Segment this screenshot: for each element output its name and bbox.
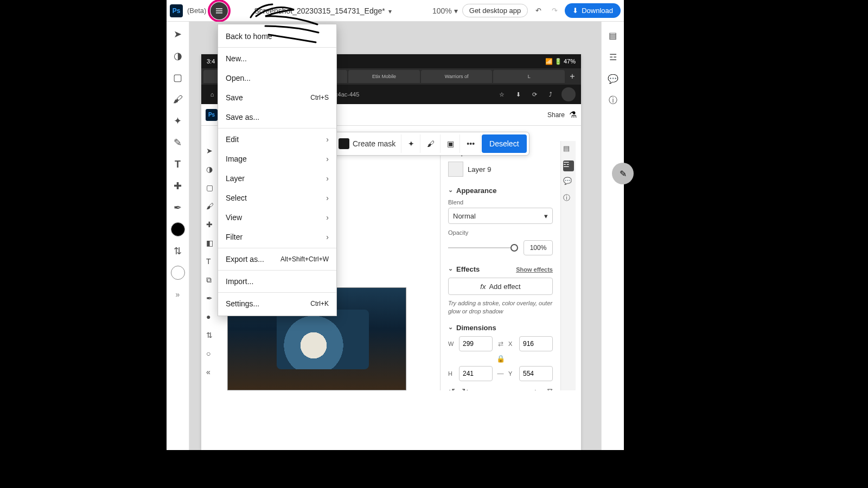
menu-import[interactable]: Import...	[218, 272, 336, 291]
appearance-section-header[interactable]: Appearance	[448, 187, 553, 195]
nested-swap-tool[interactable]: ⇅	[206, 331, 217, 342]
info-panel-icon[interactable]: ⓘ	[607, 94, 619, 106]
rotate-cw-icon[interactable]: ↻	[462, 387, 469, 390]
info-icon[interactable]: ⓘ	[563, 193, 574, 204]
menu-open[interactable]: Open...	[218, 68, 336, 88]
foreground-swatch[interactable]	[171, 222, 185, 236]
home-icon[interactable]: ⌂	[207, 89, 218, 100]
browser-tab[interactable]: Warriors of	[421, 70, 493, 83]
rotate-ccw-icon[interactable]: ↺	[448, 387, 455, 390]
opacity-slider[interactable]	[448, 247, 518, 248]
menu-settings[interactable]: Settings...Ctrl+K	[218, 294, 336, 313]
app-shell: Ps (Beta) Screenshot_20230315_154731_Edg…	[167, 0, 624, 450]
share-button[interactable]: Share	[547, 111, 565, 119]
nested-type-tool[interactable]: T	[206, 257, 217, 268]
sel-action-1[interactable]: ✦	[403, 134, 420, 153]
effects-hint: Try adding a stroke, color overlay, oute…	[448, 299, 553, 316]
menu-image[interactable]: Image	[218, 149, 336, 169]
nested-bg-swatch[interactable]: ○	[206, 349, 217, 360]
width-input[interactable]	[459, 336, 493, 351]
adjustments-panel-icon[interactable]: ☲	[607, 51, 619, 63]
menu-view[interactable]: View	[218, 208, 336, 227]
undo-button[interactable]: ↶	[532, 5, 544, 17]
sel-action-image[interactable]: ▣	[442, 134, 460, 153]
get-desktop-app-button[interactable]: Get desktop app	[462, 4, 528, 17]
download-icon[interactable]: ⬇	[513, 89, 524, 100]
marquee-tool[interactable]: ▢	[171, 70, 185, 85]
nested-heal-tool[interactable]: ✚	[206, 220, 217, 231]
nested-brush-tool[interactable]: 🖌	[206, 202, 217, 213]
selection-toolbar: Create mask ✦ 🖌 ▣ ••• Deselect	[330, 132, 529, 156]
link-wh-icon[interactable]: ⇄	[496, 340, 505, 348]
menu-back-to-home[interactable]: Back to home	[218, 27, 336, 46]
add-effect-button[interactable]: fxAdd effect	[448, 278, 553, 295]
properties-panel: ▤ ☲ 💬 ⓘ Properties Layer 9 Appearance Bl…	[440, 141, 576, 390]
eyedropper-tool[interactable]: ✒	[171, 201, 185, 215]
nested-marquee-tool[interactable]: ▢	[206, 183, 217, 194]
expand-toolbar-button[interactable]: »	[171, 287, 185, 301]
swap-swatch-tool[interactable]: ⇅	[171, 244, 185, 258]
deselect-button[interactable]: Deselect	[482, 134, 526, 153]
properties-icon[interactable]: ☲	[563, 160, 574, 171]
menu-filter[interactable]: Filter	[218, 227, 336, 247]
redo-button[interactable]: ↷	[548, 5, 560, 17]
effects-section-header[interactable]: Effects Show effects	[448, 265, 553, 273]
type-tool[interactable]: T	[171, 157, 185, 171]
file-dropdown-menu: Back to home New... Open... SaveCtrl+S S…	[218, 24, 337, 316]
dimensions-section-header[interactable]: Dimensions	[448, 324, 553, 332]
brush-tool[interactable]: 🖌	[171, 92, 185, 106]
comments-panel-icon[interactable]: 💬	[607, 73, 619, 85]
menu-save-as[interactable]: Save as...	[218, 107, 336, 127]
spot-heal-tool[interactable]: ✚	[171, 179, 185, 193]
pencil-tool[interactable]: ✎	[171, 136, 185, 150]
menu-edit[interactable]: Edit	[218, 130, 336, 149]
new-tab-button[interactable]: +	[566, 70, 579, 83]
browser-tab[interactable]: L	[493, 70, 565, 83]
lock-aspect-icon[interactable]: 🔒	[448, 355, 553, 363]
menu-layer[interactable]: Layer	[218, 169, 336, 188]
nested-eyedrop-tool[interactable]: ✒	[206, 294, 217, 305]
browser-tab[interactable]: Etix Mobile	[348, 70, 420, 83]
floating-edit-button[interactable]: ✎	[612, 163, 634, 184]
document-title-dropdown[interactable]: Screenshot_20230315_154731_Edge*	[254, 7, 391, 15]
more-icon[interactable]	[561, 87, 576, 101]
nested-select-tool[interactable]: ◑	[206, 165, 217, 176]
show-effects-link[interactable]: Show effects	[516, 266, 553, 273]
flip-v-icon[interactable]: ⧖	[547, 387, 553, 390]
x-input[interactable]	[519, 336, 553, 351]
menu-export-as[interactable]: Export as...Alt+Shift+Ctrl+W	[218, 249, 336, 269]
nested-move-tool[interactable]: ➤	[206, 146, 217, 157]
nested-collapse-button[interactable]: «	[206, 368, 217, 378]
beaker-icon[interactable]: ⚗	[569, 110, 577, 120]
layers-panel-icon[interactable]: ▤	[607, 29, 619, 41]
background-swatch[interactable]	[171, 266, 185, 280]
flip-h-icon[interactable]: ⇋	[533, 387, 540, 390]
create-mask-button[interactable]: Create mask	[333, 134, 401, 153]
sel-more-button[interactable]: •••	[461, 134, 481, 153]
download-button[interactable]: ⬇ Download	[565, 3, 621, 18]
blend-mode-select[interactable]: Normal▾	[448, 208, 553, 224]
comments-icon[interactable]: 💬	[563, 177, 574, 188]
star-icon[interactable]: ☆	[496, 89, 507, 100]
menu-select[interactable]: Select	[218, 188, 336, 208]
opacity-value-input[interactable]: 100%	[524, 240, 553, 255]
right-rail: ▤ ☲ 💬 ⓘ	[601, 22, 624, 450]
menu-save[interactable]: SaveCtrl+S	[218, 88, 336, 107]
nested-crop-tool[interactable]: ⧉	[206, 275, 217, 286]
zoom-dropdown[interactable]: 100%▾	[432, 7, 458, 15]
height-input[interactable]	[459, 366, 493, 381]
hamburger-menu-button[interactable]	[210, 2, 228, 20]
nested-fg-swatch[interactable]: ●	[206, 312, 217, 323]
sel-action-brush[interactable]: 🖌	[422, 134, 441, 153]
move-tool[interactable]: ➤	[171, 27, 185, 41]
layers-icon[interactable]: ▤	[563, 144, 574, 155]
layer-thumbnail[interactable]	[448, 162, 463, 177]
y-input[interactable]	[519, 366, 553, 381]
left-toolbar: ➤ ◑ ▢ 🖌 ✦ ✎ T ✚ ✒ ⇅ »	[167, 22, 189, 450]
menu-new[interactable]: New...	[218, 49, 336, 68]
reload-icon[interactable]: ⟳	[529, 89, 540, 100]
nested-eraser-tool[interactable]: ◧	[206, 239, 217, 249]
share-icon[interactable]: ⤴	[545, 89, 556, 100]
ai-sparkle-tool[interactable]: ✦	[171, 114, 185, 128]
object-select-tool[interactable]: ◑	[171, 49, 185, 63]
